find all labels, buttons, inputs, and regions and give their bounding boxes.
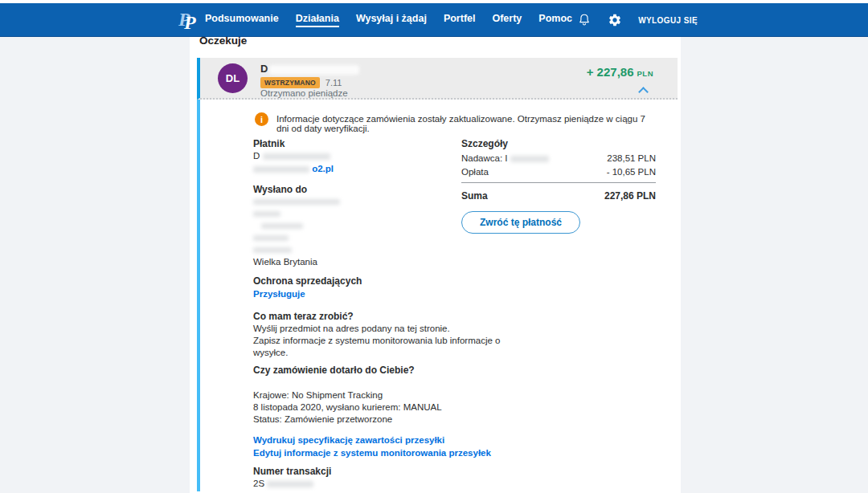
paypal-logo-front-p: P [184, 12, 196, 34]
sender-label: Nadawca: I [461, 153, 549, 163]
shipping-info-line: 8 listopada 2020, wysłano kurierem: MANU… [253, 401, 542, 414]
bell-icon[interactable] [577, 13, 592, 27]
what-next-line: wysyłce. [253, 347, 542, 359]
fee-label: Opłata [461, 167, 489, 177]
redacted-payer-name [269, 65, 359, 75]
details-right-column: Szczegóły Nadawca: I 238,51 PLN Opłata -… [461, 138, 656, 234]
edit-tracking-link[interactable]: Edytuj informacje z systemu monitorowani… [253, 446, 542, 459]
shipping-info-line: Status: Zamówienie przetworzone [253, 414, 542, 426]
nav-item-wysylaj-i-zadaj[interactable]: Wysyłaj i żądaj [356, 3, 427, 37]
nav-item-pomoc[interactable]: Pomoc [538, 3, 572, 37]
what-next-heading: Co mam teraz zrobić? [253, 311, 542, 323]
avatar: DL [218, 63, 248, 93]
shipping-info-line: Krajowe: No Shipment Tracking [253, 389, 542, 401]
sender-amount: 238,51 PLN [607, 153, 656, 163]
payer-name: D [260, 63, 359, 75]
transaction-card-header[interactable]: DL D WSTRZYMANO 7.11 Otrzymano pieniądze… [197, 58, 678, 100]
transaction-amount: + 227,86PLN [587, 65, 653, 79]
total-label: Suma [461, 190, 488, 202]
redacted-address-line [253, 232, 542, 244]
gear-icon[interactable] [608, 13, 622, 27]
what-next-line: Zapisz informacje z systemu monitorowani… [253, 335, 542, 347]
nav-item-podsumowanie[interactable]: Podsumowanie [205, 3, 279, 37]
payer-email-link[interactable]: o2.pl [312, 164, 334, 173]
page-background-left [0, 37, 190, 493]
redacted-sender-name [510, 156, 549, 162]
redacted-payer-name [263, 153, 330, 160]
transaction-number: 2S [253, 478, 542, 490]
redacted-address-line [253, 244, 542, 256]
page-background-right [681, 37, 868, 493]
order-alert: i Informacje dotyczące zamówienia został… [255, 112, 657, 133]
amount-row-fee: Opłata - 10,65 PLN [461, 167, 656, 177]
nav-item-portfel[interactable]: Portfel [444, 3, 476, 37]
transaction-card: DL D WSTRZYMANO 7.11 Otrzymano pieniądze… [197, 58, 678, 493]
refund-payment-button[interactable]: Zwróć tę płatność [461, 211, 580, 234]
ship-to-country: Wielka Brytania [253, 256, 542, 268]
seller-protection-heading: Ochrona sprzedających [253, 275, 542, 287]
logout-button[interactable]: WYLOGUJ SIĘ [638, 16, 698, 25]
chevron-up-icon[interactable] [638, 87, 649, 97]
amount-row-sender: Nadawca: I 238,51 PLN [461, 153, 656, 163]
status-date: 7.11 [326, 78, 342, 88]
nav-right-controls: WYLOGUJ SIĘ [577, 3, 698, 37]
redacted-email-prefix [253, 166, 309, 173]
total-amount: 227,86 PLN [604, 190, 656, 202]
transaction-card-body: i Informacje dotyczące zamówienia został… [197, 100, 678, 491]
status-row: WSTRZYMANO 7.11 [260, 77, 342, 88]
delivery-question-heading: Czy zamówienie dotarło do Ciebie? [253, 365, 542, 377]
nav-item-dzialania[interactable]: Działania [296, 3, 339, 37]
transaction-number-heading: Numer transakcji [253, 466, 542, 478]
total-row: Suma 227,86 PLN [461, 190, 656, 202]
print-packing-slip-link[interactable]: Wydrukuj specyfikację zawartości przesył… [253, 434, 542, 446]
transaction-type: Otrzymano pieniądze [260, 88, 348, 98]
info-icon: i [255, 112, 268, 126]
paypal-logo[interactable]: P P [178, 9, 201, 33]
alert-message: Informacje dotyczące zamówienia zostały … [276, 112, 657, 133]
totals-divider [461, 182, 656, 183]
status-badge: WSTRZYMANO [260, 77, 320, 88]
currency-label: PLN [637, 69, 654, 78]
top-navigation-bar: P P Podsumowanie Działania Wysyłaj i żąd… [0, 3, 868, 37]
seller-protection-status-link[interactable]: Przysługuje [253, 287, 542, 300]
what-next-line: Wyślij przedmiot na adres podany na tej … [253, 323, 542, 335]
nav-menu: Podsumowanie Działania Wysyłaj i żądaj P… [205, 3, 572, 37]
fee-amount: - 10,65 PLN [607, 167, 656, 177]
nav-item-oferty[interactable]: Oferty [492, 3, 522, 37]
details-heading: Szczegóły [461, 138, 656, 149]
redacted-transaction-number [267, 481, 313, 487]
